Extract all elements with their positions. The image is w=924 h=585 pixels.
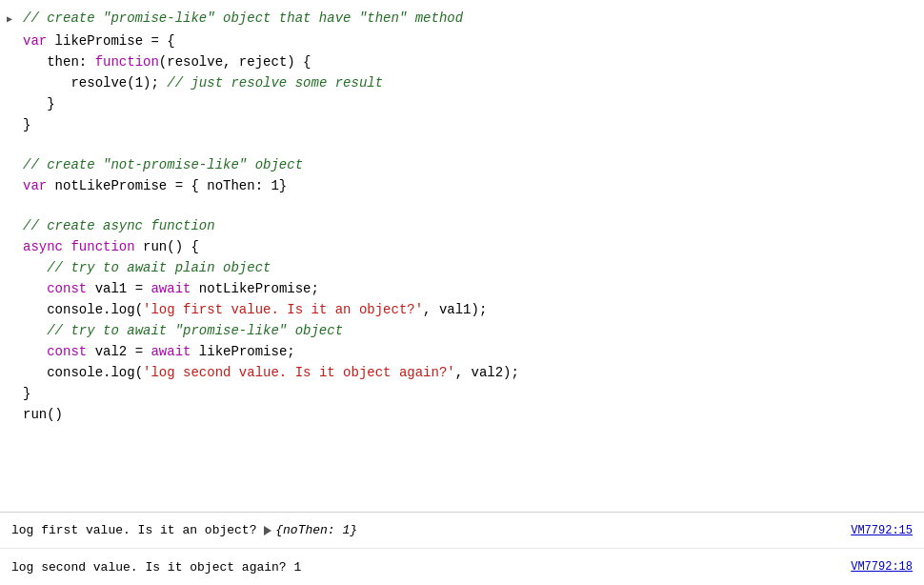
code-content: async function run() {	[19, 237, 924, 256]
code-line: console.log('log first value. Is it an o…	[0, 299, 924, 320]
code-line: }	[0, 93, 924, 114]
arrow-gutter	[0, 300, 19, 302]
code-content: // create "promise-like" object that hav…	[19, 9, 924, 28]
code-content: const val2 = await likePromise;	[19, 342, 924, 361]
code-line	[0, 196, 924, 215]
console-source-link[interactable]: VM7792:18	[851, 560, 913, 574]
code-content: then: function(resolve, reject) {	[19, 52, 924, 71]
arrow-gutter: ▶	[0, 9, 19, 30]
console-row: log first value. Is it an object? {noThe…	[0, 513, 924, 549]
console-source-link[interactable]: VM7792:15	[851, 524, 913, 537]
arrow-gutter	[0, 136, 19, 138]
arrow-gutter	[0, 237, 19, 239]
code-content: console.log('log first value. Is it an o…	[19, 300, 924, 319]
code-line: ▶// create "promise-like" object that ha…	[0, 8, 924, 30]
code-line: var notLikePromise = { noThen: 1}	[0, 175, 924, 196]
arrow-gutter	[0, 52, 19, 54]
code-line: // try to await plain object	[0, 257, 924, 278]
code-line: resolve(1); // just resolve some result	[0, 72, 924, 93]
code-line: }	[0, 114, 924, 135]
arrow-gutter	[0, 405, 19, 407]
code-content: resolve(1); // just resolve some result	[19, 73, 924, 92]
code-content: }	[19, 115, 924, 134]
code-line: async function run() {	[0, 236, 924, 257]
code-line: const val1 = await notLikePromise;	[0, 278, 924, 299]
code-panel: ▶// create "promise-like" object that ha…	[0, 0, 924, 585]
code-content: var likePromise = {	[19, 31, 924, 50]
arrow-gutter	[0, 363, 19, 365]
console-row: log second value. Is it object again? 1V…	[0, 549, 924, 585]
arrow-gutter	[0, 94, 19, 96]
code-content: var notLikePromise = { noThen: 1}	[19, 176, 924, 195]
code-line: }	[0, 383, 924, 404]
code-area: ▶// create "promise-like" object that ha…	[0, 0, 924, 512]
arrow-gutter	[0, 176, 19, 178]
arrow-gutter	[0, 279, 19, 281]
code-content: // try to await plain object	[19, 258, 924, 277]
arrow-gutter	[0, 31, 19, 33]
code-line: const val2 = await likePromise;	[0, 341, 924, 362]
arrow-gutter	[0, 384, 19, 386]
code-line: // create "not-promise-like" object	[0, 154, 924, 175]
code-line: console.log('log second value. Is it obj…	[0, 362, 924, 383]
code-line	[0, 135, 924, 154]
arrow-gutter	[0, 155, 19, 157]
arrow-gutter	[0, 73, 19, 75]
code-content: }	[19, 94, 924, 113]
code-content: }	[19, 384, 924, 403]
code-content: // create async function	[19, 216, 924, 235]
triangle-icon[interactable]	[264, 526, 271, 535]
code-content: const val1 = await notLikePromise;	[19, 279, 924, 298]
arrow-gutter	[0, 197, 19, 199]
console-area: log first value. Is it an object? {noThe…	[0, 512, 924, 585]
arrow-gutter	[0, 321, 19, 323]
code-line: var likePromise = {	[0, 30, 924, 51]
arrow-gutter	[0, 342, 19, 344]
code-line: // create async function	[0, 215, 924, 236]
code-line: then: function(resolve, reject) {	[0, 51, 924, 72]
code-content: run()	[19, 405, 924, 424]
code-content: console.log('log second value. Is it obj…	[19, 363, 924, 382]
code-content: // try to await "promise-like" object	[19, 321, 924, 340]
arrow-gutter	[0, 115, 19, 117]
arrow-gutter	[0, 258, 19, 260]
console-output-text: log second value. Is it object again? 1	[11, 560, 835, 575]
console-output-text: log first value. Is it an object? {noThe…	[11, 523, 835, 537]
code-line: // try to await "promise-like" object	[0, 320, 924, 341]
code-content: // create "not-promise-like" object	[19, 155, 924, 174]
code-line: run()	[0, 404, 924, 425]
arrow-gutter	[0, 216, 19, 218]
